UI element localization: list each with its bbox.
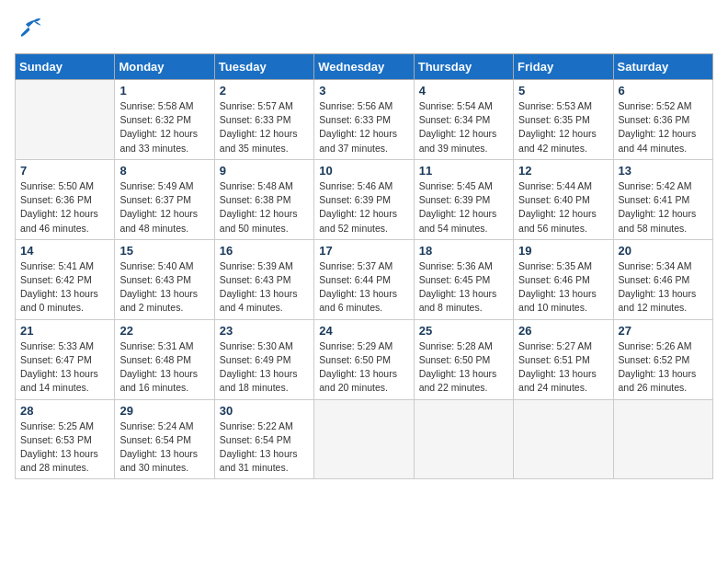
day-number: 26 [518, 324, 608, 338]
page-header [15, 15, 713, 42]
weekday-header-saturday: Saturday [613, 54, 712, 80]
weekday-header-tuesday: Tuesday [214, 54, 313, 80]
day-info: Sunrise: 5:49 AM Sunset: 6:37 PM Dayligh… [119, 179, 209, 236]
calendar-cell: 13Sunrise: 5:42 AM Sunset: 6:41 PM Dayli… [613, 159, 712, 239]
day-info: Sunrise: 5:52 AM Sunset: 6:36 PM Dayligh… [619, 99, 708, 155]
calendar-cell: 30Sunrise: 5:22 AM Sunset: 6:54 PM Dayli… [214, 399, 313, 479]
calendar-cell: 6Sunrise: 5:52 AM Sunset: 6:36 PM Daylig… [613, 80, 712, 160]
calendar-cell: 2Sunrise: 5:57 AM Sunset: 6:33 PM Daylig… [214, 80, 313, 160]
day-number: 16 [220, 244, 309, 258]
calendar-cell: 11Sunrise: 5:45 AM Sunset: 6:39 PM Dayli… [414, 159, 513, 239]
calendar-cell: 9Sunrise: 5:48 AM Sunset: 6:38 PM Daylig… [214, 159, 313, 239]
day-number: 6 [619, 84, 708, 98]
calendar-cell: 14Sunrise: 5:41 AM Sunset: 6:42 PM Dayli… [16, 239, 115, 319]
weekday-header-friday: Friday [514, 54, 613, 80]
day-info: Sunrise: 5:45 AM Sunset: 6:39 PM Dayligh… [419, 179, 508, 236]
day-number: 2 [220, 84, 309, 98]
weekday-header-wednesday: Wednesday [314, 54, 414, 80]
day-info: Sunrise: 5:58 AM Sunset: 6:32 PM Dayligh… [119, 99, 209, 155]
day-number: 23 [220, 324, 309, 338]
day-info: Sunrise: 5:30 AM Sunset: 6:49 PM Dayligh… [220, 339, 309, 396]
day-info: Sunrise: 5:27 AM Sunset: 6:51 PM Dayligh… [518, 339, 608, 396]
day-info: Sunrise: 5:36 AM Sunset: 6:45 PM Dayligh… [419, 259, 508, 316]
day-number: 4 [419, 84, 508, 98]
day-number: 29 [119, 404, 209, 418]
calendar-cell: 24Sunrise: 5:29 AM Sunset: 6:50 PM Dayli… [314, 319, 414, 399]
calendar-cell: 29Sunrise: 5:24 AM Sunset: 6:54 PM Dayli… [115, 399, 214, 479]
calendar-cell [514, 399, 613, 479]
day-number: 11 [419, 164, 508, 178]
day-number: 30 [220, 404, 309, 418]
day-number: 15 [119, 244, 209, 258]
day-number: 8 [119, 164, 209, 178]
calendar-cell: 27Sunrise: 5:26 AM Sunset: 6:52 PM Dayli… [613, 319, 712, 399]
day-info: Sunrise: 5:48 AM Sunset: 6:38 PM Dayligh… [220, 179, 309, 236]
calendar-cell: 19Sunrise: 5:35 AM Sunset: 6:46 PM Dayli… [514, 239, 613, 319]
day-info: Sunrise: 5:56 AM Sunset: 6:33 PM Dayligh… [319, 99, 408, 155]
calendar-table: SundayMondayTuesdayWednesdayThursdayFrid… [15, 53, 713, 479]
day-number: 24 [319, 324, 408, 338]
day-number: 10 [319, 164, 408, 178]
day-info: Sunrise: 5:28 AM Sunset: 6:50 PM Dayligh… [419, 339, 508, 396]
day-number: 19 [518, 244, 608, 258]
day-number: 21 [20, 324, 109, 338]
day-number: 14 [20, 244, 109, 258]
calendar-cell: 18Sunrise: 5:36 AM Sunset: 6:45 PM Dayli… [414, 239, 513, 319]
calendar-cell: 21Sunrise: 5:33 AM Sunset: 6:47 PM Dayli… [16, 319, 115, 399]
calendar-cell [314, 399, 414, 479]
day-info: Sunrise: 5:22 AM Sunset: 6:54 PM Dayligh… [220, 419, 309, 476]
calendar-cell: 3Sunrise: 5:56 AM Sunset: 6:33 PM Daylig… [314, 80, 414, 160]
day-info: Sunrise: 5:25 AM Sunset: 6:53 PM Dayligh… [20, 419, 109, 476]
day-number: 1 [119, 84, 209, 98]
day-info: Sunrise: 5:35 AM Sunset: 6:46 PM Dayligh… [518, 259, 608, 316]
day-number: 27 [619, 324, 708, 338]
day-info: Sunrise: 5:42 AM Sunset: 6:41 PM Dayligh… [619, 179, 708, 236]
calendar-cell: 1Sunrise: 5:58 AM Sunset: 6:32 PM Daylig… [115, 80, 214, 160]
day-info: Sunrise: 5:54 AM Sunset: 6:34 PM Dayligh… [419, 99, 508, 155]
weekday-header-sunday: Sunday [16, 54, 115, 80]
day-info: Sunrise: 5:33 AM Sunset: 6:47 PM Dayligh… [20, 339, 109, 396]
day-number: 22 [119, 324, 209, 338]
day-number: 28 [20, 404, 109, 418]
calendar-cell: 10Sunrise: 5:46 AM Sunset: 6:39 PM Dayli… [314, 159, 414, 239]
calendar-cell: 12Sunrise: 5:44 AM Sunset: 6:40 PM Dayli… [514, 159, 613, 239]
calendar-cell: 17Sunrise: 5:37 AM Sunset: 6:44 PM Dayli… [314, 239, 414, 319]
calendar-cell: 5Sunrise: 5:53 AM Sunset: 6:35 PM Daylig… [514, 80, 613, 160]
calendar-cell: 20Sunrise: 5:34 AM Sunset: 6:46 PM Dayli… [613, 239, 712, 319]
day-number: 5 [518, 84, 608, 98]
calendar-cell: 16Sunrise: 5:39 AM Sunset: 6:43 PM Dayli… [214, 239, 313, 319]
weekday-header-monday: Monday [115, 54, 214, 80]
day-number: 17 [319, 244, 408, 258]
logo-bird-icon [15, 15, 42, 42]
calendar-cell: 7Sunrise: 5:50 AM Sunset: 6:36 PM Daylig… [16, 159, 115, 239]
day-info: Sunrise: 5:31 AM Sunset: 6:48 PM Dayligh… [119, 339, 209, 396]
day-info: Sunrise: 5:53 AM Sunset: 6:35 PM Dayligh… [518, 99, 608, 155]
day-number: 3 [319, 84, 408, 98]
day-number: 18 [419, 244, 508, 258]
day-number: 25 [419, 324, 508, 338]
calendar-cell: 22Sunrise: 5:31 AM Sunset: 6:48 PM Dayli… [115, 319, 214, 399]
day-info: Sunrise: 5:34 AM Sunset: 6:46 PM Dayligh… [619, 259, 708, 316]
calendar-cell: 23Sunrise: 5:30 AM Sunset: 6:49 PM Dayli… [214, 319, 313, 399]
day-info: Sunrise: 5:41 AM Sunset: 6:42 PM Dayligh… [20, 259, 109, 316]
day-info: Sunrise: 5:26 AM Sunset: 6:52 PM Dayligh… [619, 339, 708, 396]
day-info: Sunrise: 5:29 AM Sunset: 6:50 PM Dayligh… [319, 339, 408, 396]
day-number: 13 [619, 164, 708, 178]
day-info: Sunrise: 5:40 AM Sunset: 6:43 PM Dayligh… [119, 259, 209, 316]
calendar-cell: 25Sunrise: 5:28 AM Sunset: 6:50 PM Dayli… [414, 319, 513, 399]
day-info: Sunrise: 5:44 AM Sunset: 6:40 PM Dayligh… [518, 179, 608, 236]
day-info: Sunrise: 5:57 AM Sunset: 6:33 PM Dayligh… [220, 99, 309, 155]
day-number: 12 [518, 164, 608, 178]
day-info: Sunrise: 5:39 AM Sunset: 6:43 PM Dayligh… [220, 259, 309, 316]
calendar-cell: 4Sunrise: 5:54 AM Sunset: 6:34 PM Daylig… [414, 80, 513, 160]
day-info: Sunrise: 5:37 AM Sunset: 6:44 PM Dayligh… [319, 259, 408, 316]
calendar-cell [414, 399, 513, 479]
logo [15, 15, 46, 42]
calendar-cell: 15Sunrise: 5:40 AM Sunset: 6:43 PM Dayli… [115, 239, 214, 319]
calendar-cell: 8Sunrise: 5:49 AM Sunset: 6:37 PM Daylig… [115, 159, 214, 239]
day-number: 20 [619, 244, 708, 258]
calendar-cell: 28Sunrise: 5:25 AM Sunset: 6:53 PM Dayli… [16, 399, 115, 479]
day-info: Sunrise: 5:46 AM Sunset: 6:39 PM Dayligh… [319, 179, 408, 236]
day-info: Sunrise: 5:24 AM Sunset: 6:54 PM Dayligh… [119, 419, 209, 476]
day-number: 7 [20, 164, 109, 178]
